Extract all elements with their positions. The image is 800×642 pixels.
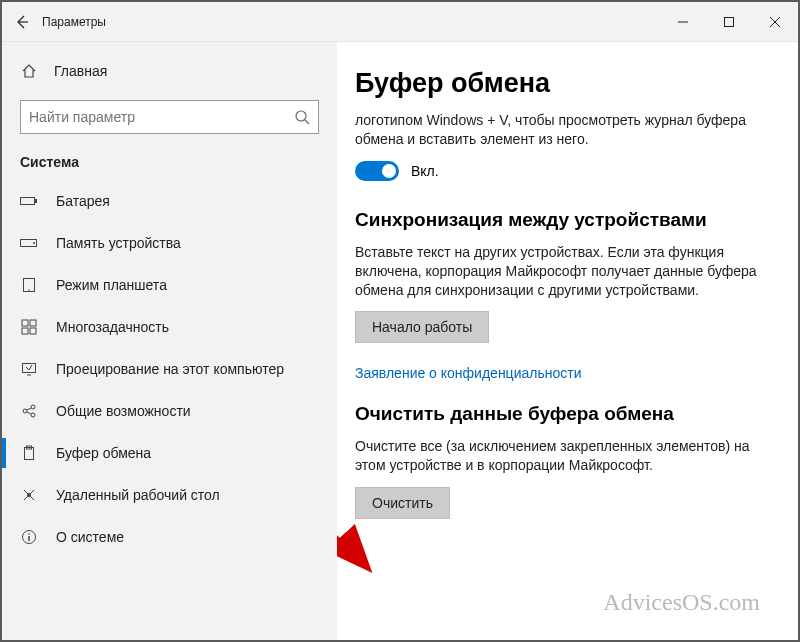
sidebar-item-label: Режим планшета: [56, 277, 167, 293]
tablet-icon: [20, 276, 38, 294]
sidebar-item-label: Общие возможности: [56, 403, 191, 419]
sidebar-item-clipboard[interactable]: Буфер обмена: [2, 432, 337, 474]
sidebar-item-tablet[interactable]: Режим планшета: [2, 264, 337, 306]
svg-rect-6: [21, 198, 35, 205]
clear-heading: Очистить данные буфера обмена: [355, 403, 774, 425]
projecting-icon: [20, 360, 38, 378]
sidebar-item-multitasking[interactable]: Многозадачность: [2, 306, 337, 348]
remote-icon: [20, 486, 38, 504]
sync-heading: Синхронизация между устройствами: [355, 209, 774, 231]
window-controls: [660, 2, 798, 42]
sidebar-item-label: О системе: [56, 529, 124, 545]
minimize-button[interactable]: [660, 2, 706, 42]
info-icon: [20, 528, 38, 546]
sidebar-item-remote[interactable]: Удаленный рабочий стол: [2, 474, 337, 516]
svg-rect-1: [725, 18, 734, 27]
privacy-link[interactable]: Заявление о конфиденциальности: [355, 365, 774, 381]
toggle-row: Вкл.: [355, 161, 774, 181]
toggle-label: Вкл.: [411, 163, 439, 179]
svg-point-17: [23, 409, 27, 413]
shared-icon: [20, 402, 38, 420]
sidebar: Главная Система Батарея Память устройств…: [2, 42, 337, 640]
svg-point-4: [296, 111, 306, 121]
svg-point-28: [28, 533, 30, 535]
svg-line-5: [305, 120, 309, 124]
clipboard-icon: [20, 444, 38, 462]
sidebar-item-label: Проецирование на этот компьютер: [56, 361, 284, 377]
sidebar-item-label: Многозадачность: [56, 319, 169, 335]
maximize-icon: [724, 17, 734, 27]
search-input[interactable]: [29, 109, 294, 125]
svg-point-26: [27, 493, 31, 497]
storage-icon: [20, 234, 38, 252]
clear-button[interactable]: Очистить: [355, 487, 450, 519]
page-title: Буфер обмена: [355, 68, 774, 99]
svg-rect-13: [30, 320, 36, 326]
home-icon: [20, 62, 38, 80]
svg-point-11: [28, 289, 30, 291]
svg-rect-14: [22, 328, 28, 334]
svg-line-21: [27, 412, 31, 414]
sidebar-item-about[interactable]: О системе: [2, 516, 337, 558]
svg-rect-15: [30, 328, 36, 334]
window-title: Параметры: [42, 15, 106, 29]
maximize-button[interactable]: [706, 2, 752, 42]
home-label: Главная: [54, 63, 107, 79]
sidebar-item-storage[interactable]: Память устройства: [2, 222, 337, 264]
titlebar: Параметры: [2, 2, 798, 42]
section-header: Система: [2, 148, 337, 180]
sidebar-item-shared[interactable]: Общие возможности: [2, 390, 337, 432]
svg-line-20: [27, 408, 31, 410]
svg-rect-12: [22, 320, 28, 326]
close-icon: [770, 17, 780, 27]
search-icon: [294, 109, 310, 125]
svg-rect-16: [23, 364, 36, 373]
sidebar-item-label: Память устройства: [56, 235, 181, 251]
watermark: AdvicesOS.com: [603, 589, 760, 616]
sidebar-item-label: Батарея: [56, 193, 110, 209]
main-content: Буфер обмена логотипом Windows + V, чтоб…: [337, 42, 798, 640]
multitasking-icon: [20, 318, 38, 336]
minimize-icon: [678, 17, 688, 27]
svg-rect-7: [35, 199, 37, 203]
search-box[interactable]: [20, 100, 319, 134]
sidebar-item-battery[interactable]: Батарея: [2, 180, 337, 222]
battery-icon: [20, 192, 38, 210]
clear-text: Очистите все (за исключением закрепленны…: [355, 437, 774, 475]
svg-point-18: [31, 405, 35, 409]
sidebar-item-label: Буфер обмена: [56, 445, 151, 461]
sidebar-item-label: Удаленный рабочий стол: [56, 487, 220, 503]
home-link[interactable]: Главная: [2, 52, 337, 90]
close-button[interactable]: [752, 2, 798, 42]
nav-list: Батарея Память устройства Режим планшета…: [2, 180, 337, 640]
get-started-button[interactable]: Начало работы: [355, 311, 489, 343]
sync-text: Вставьте текст на других устройствах. Ес…: [355, 243, 774, 300]
arrow-left-icon: [14, 14, 30, 30]
svg-point-19: [31, 413, 35, 417]
history-toggle[interactable]: [355, 161, 399, 181]
sidebar-item-projecting[interactable]: Проецирование на этот компьютер: [2, 348, 337, 390]
back-button[interactable]: [2, 2, 42, 42]
intro-text: логотипом Windows + V, чтобы просмотреть…: [355, 111, 774, 149]
svg-point-9: [33, 242, 35, 244]
